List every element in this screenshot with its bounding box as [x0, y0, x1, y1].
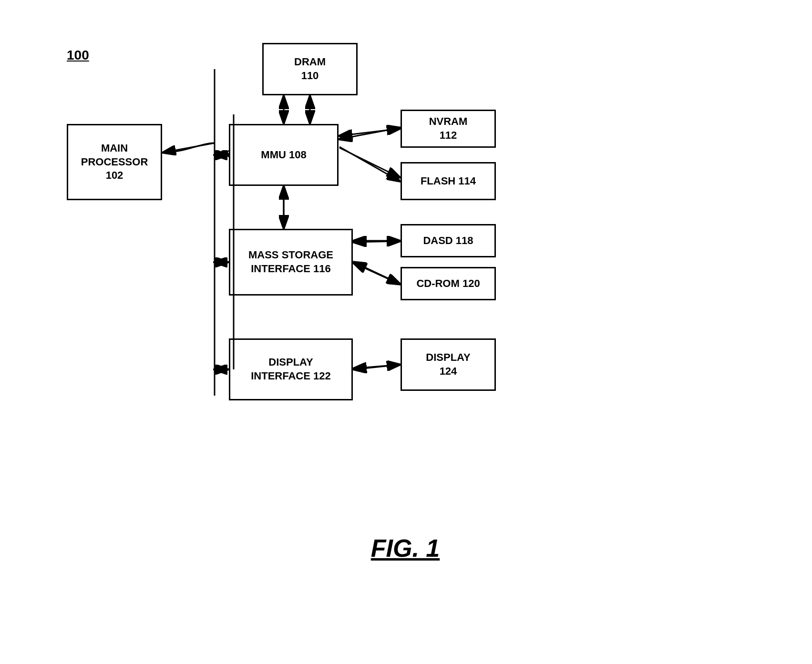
svg-line-11	[163, 143, 215, 153]
flash-box: FLASH 114	[401, 162, 496, 200]
display-interface-box: DISPLAYINTERFACE 122	[229, 338, 353, 400]
main-processor-label: MAINPROCESSOR102	[81, 142, 148, 183]
mass-storage-label: MASS STORAGEINTERFACE 116	[248, 248, 333, 276]
display-box: DISPLAY124	[401, 338, 496, 391]
dasd-box: DASD 118	[401, 224, 496, 257]
svg-line-12	[214, 143, 215, 144]
diagram-label-100: 100	[67, 48, 89, 63]
svg-line-4	[339, 147, 400, 181]
dram-label: DRAM110	[294, 55, 326, 82]
svg-line-17	[339, 128, 400, 139]
mmu-label: MMU 108	[261, 148, 306, 162]
cdrom-label: CD-ROM 120	[416, 277, 480, 291]
arrows-svg	[29, 19, 782, 591]
svg-line-3	[339, 129, 400, 136]
mass-storage-box: MASS STORAGEINTERFACE 116	[229, 229, 353, 296]
dasd-label: DASD 118	[423, 234, 473, 248]
svg-line-18	[339, 148, 400, 177]
cdrom-box: CD-ROM 120	[401, 267, 496, 300]
nvram-label: NVRAM112	[429, 115, 468, 142]
mmu-box: MMU 108	[229, 124, 339, 186]
display-interface-label: DISPLAYINTERFACE 122	[251, 356, 331, 383]
figure-caption: FIG. 1	[371, 534, 440, 562]
nvram-box: NVRAM112	[401, 110, 496, 148]
dram-box: DRAM110	[262, 43, 358, 95]
svg-line-7	[354, 262, 400, 284]
svg-line-20	[354, 241, 400, 242]
svg-line-22	[354, 365, 400, 368]
diagram: 100 106 MAINPROCESSOR102 DRAM110 MMU 108…	[29, 19, 782, 591]
flash-label: FLASH 114	[421, 174, 476, 188]
svg-line-8	[354, 365, 400, 369]
main-processor-box: MAINPROCESSOR102	[67, 124, 162, 200]
display-label: DISPLAY124	[426, 351, 470, 378]
svg-line-21	[354, 263, 400, 284]
